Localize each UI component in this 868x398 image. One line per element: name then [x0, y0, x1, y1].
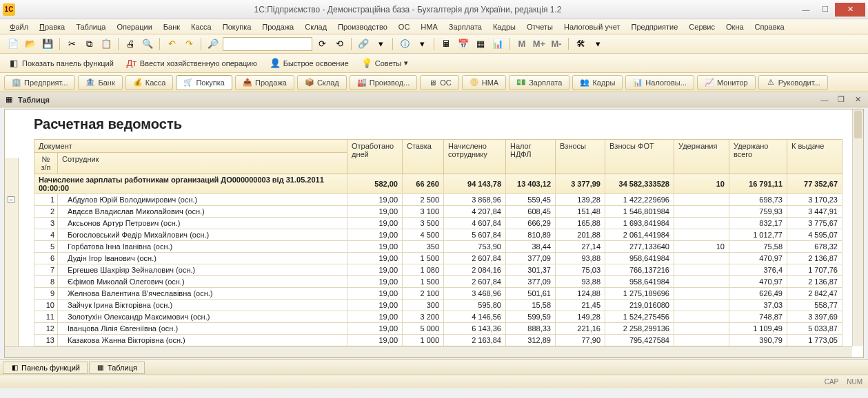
- m-icon[interactable]: M: [514, 36, 529, 52]
- grid-icon[interactable]: ▦: [473, 36, 488, 52]
- cell-fot: 958,641984: [605, 253, 674, 264]
- menu-нма[interactable]: НМА: [416, 21, 441, 32]
- table-row[interactable]: 6Дудін Ігор Іванович (осн.)19,001 5002 6…: [34, 253, 842, 264]
- menu-справка[interactable]: Справка: [751, 21, 789, 32]
- navtab-10[interactable]: 👥Кадры: [572, 75, 623, 90]
- navtab-9[interactable]: 💵Зарплата: [509, 75, 569, 90]
- find-next-icon[interactable]: ⟳: [314, 36, 330, 52]
- cell-rate: 1 080: [403, 264, 444, 276]
- maximize-button[interactable]: ☐: [816, 3, 835, 17]
- menu-кадры[interactable]: Кадры: [489, 21, 520, 32]
- menu-налоговый учет[interactable]: Налоговый учет: [560, 21, 625, 32]
- show-panel-button[interactable]: ◧Показать панель функций: [6, 56, 117, 70]
- table-row[interactable]: 3Аксьонов Артур Петрович (осн.)19,003 50…: [34, 218, 842, 229]
- bottom-tab-0[interactable]: ◧Панель функций: [3, 362, 88, 374]
- navtab-13[interactable]: ⚠Руководит...: [758, 75, 828, 90]
- save-icon[interactable]: 💾: [40, 36, 55, 52]
- menu-операции[interactable]: Операции: [112, 21, 156, 32]
- dropdown-icon[interactable]: ▾: [373, 36, 388, 52]
- menu-таблица[interactable]: Таблица: [72, 21, 110, 32]
- table-row[interactable]: 13Казакова Жанна Вікторівна (осн.)19,001…: [34, 335, 842, 346]
- navtab-0[interactable]: 🏢Предприят...: [4, 75, 75, 90]
- table-row[interactable]: 4Богословський Федір Михайлович (осн.)19…: [34, 229, 842, 241]
- vertical-scrollbar[interactable]: [852, 109, 863, 346]
- navtab-1[interactable]: 🏦Банк: [78, 75, 122, 90]
- bottom-tab-1[interactable]: ▦Таблиця: [89, 362, 145, 374]
- chart-icon[interactable]: 📊: [490, 36, 505, 52]
- table-row[interactable]: 1Абдулов Юрій Володимирович (осн.)19,002…: [34, 194, 842, 206]
- cut-icon[interactable]: ✂: [64, 36, 79, 52]
- paste-icon[interactable]: 📋: [99, 36, 114, 52]
- menu-касса[interactable]: Касса: [187, 21, 216, 32]
- calc-icon[interactable]: 🖩: [438, 36, 454, 52]
- menu-зарплата[interactable]: Зарплата: [445, 21, 486, 32]
- navtab-12[interactable]: 📈Монитор: [697, 75, 756, 90]
- menu-правка[interactable]: Правка: [35, 21, 69, 32]
- navtab-5[interactable]: 📦Склад: [297, 75, 347, 90]
- menu-ос[interactable]: ОС: [394, 21, 414, 32]
- cell-charged: 595,80: [444, 300, 506, 311]
- navtab-7[interactable]: 🖥ОС: [420, 75, 459, 90]
- link-icon[interactable]: 🔗: [356, 36, 371, 52]
- search-icon[interactable]: 🔎: [205, 36, 221, 52]
- navtab-6[interactable]: 🏭Производ...: [350, 75, 418, 90]
- menu-предприятие[interactable]: Предприятие: [627, 21, 683, 32]
- cell-rate: 1 500: [403, 276, 444, 288]
- table-row[interactable]: 7Ергешев Шахріяр Зейналович (осн.)19,001…: [34, 264, 842, 276]
- preview-icon[interactable]: 🔍: [140, 36, 155, 52]
- minimize-button[interactable]: —: [796, 3, 816, 17]
- menu-производство[interactable]: Производство: [334, 21, 392, 32]
- tips-button[interactable]: 💡Советы▾: [359, 56, 411, 70]
- th-heldtot: Удержано всего: [729, 140, 787, 174]
- navtab-4[interactable]: 📤Продажа: [235, 75, 294, 90]
- menu-файл[interactable]: Файл: [6, 21, 32, 32]
- search-combo[interactable]: [223, 37, 312, 51]
- dropdown3-icon[interactable]: ▾: [590, 36, 605, 52]
- table-row[interactable]: 2Авдєєв Владислав Миколайович (осн.)19,0…: [34, 206, 842, 218]
- redo-icon[interactable]: ↷: [181, 36, 196, 52]
- calendar-icon[interactable]: 📅: [456, 36, 471, 52]
- table-row[interactable]: 9Желнова Валентина В'ячеславівна (осн.)1…: [34, 288, 842, 300]
- tools-icon[interactable]: 🛠: [573, 36, 588, 52]
- enter-operation-button[interactable]: ДтВвести хозяйственную операцию: [123, 56, 260, 70]
- menu-склад[interactable]: Склад: [301, 21, 331, 32]
- menu-отчеты[interactable]: Отчеты: [523, 21, 557, 32]
- table-row[interactable]: 8Єфімов Миколай Олегович (осн.)19,001 50…: [34, 276, 842, 288]
- cell-emp: Іванцова Лілія Євгеніївна (осн.): [58, 323, 347, 335]
- table-row[interactable]: 10Зайчук Ірина Вікторівна (осн.)19,00300…: [34, 300, 842, 311]
- dropdown2-icon[interactable]: ▾: [414, 36, 430, 52]
- doc-close-button[interactable]: ✕: [851, 94, 864, 105]
- navtab-label: Налоговы...: [645, 78, 687, 87]
- doc-restore-button[interactable]: ❐: [835, 94, 847, 105]
- table-row[interactable]: 12Іванцова Лілія Євгеніївна (осн.)19,005…: [34, 323, 842, 335]
- undo-icon[interactable]: ↶: [164, 36, 179, 52]
- total-fee: 3 377,99: [556, 174, 605, 194]
- doc-minimize-button[interactable]: —: [818, 94, 831, 105]
- navtab-icon: 📀: [470, 78, 479, 87]
- horizontal-scrollbar[interactable]: [5, 346, 852, 357]
- menu-банк[interactable]: Банк: [159, 21, 184, 32]
- menu-продажа[interactable]: Продажа: [258, 21, 298, 32]
- mplus-icon[interactable]: M+: [532, 36, 547, 52]
- menu-сервис[interactable]: Сервис: [685, 21, 719, 32]
- quick-start-button[interactable]: 👤Быстрое освоение: [267, 56, 352, 70]
- navtab-8[interactable]: 📀НМА: [462, 75, 506, 90]
- find-prev-icon[interactable]: ⟲: [332, 36, 347, 52]
- open-icon[interactable]: 📂: [23, 36, 38, 52]
- copy-icon[interactable]: ⧉: [81, 36, 97, 52]
- cell-fee: 139,28: [556, 194, 605, 206]
- navtab-2[interactable]: 💰Касса: [125, 75, 174, 90]
- new-icon[interactable]: 📄: [6, 36, 21, 52]
- mminus-icon[interactable]: M-: [549, 36, 564, 52]
- navtab-11[interactable]: 📊Налоговы...: [625, 75, 694, 90]
- navtab-icon: 🛒: [183, 78, 193, 87]
- close-button[interactable]: ✕: [835, 3, 865, 17]
- menu-покупка[interactable]: Покупка: [219, 21, 256, 32]
- navtab-3[interactable]: 🛒Покупка: [176, 75, 232, 90]
- table-row[interactable]: 11Золотухін Олександр Максимович (осн.)1…: [34, 311, 842, 323]
- info-icon[interactable]: ⓘ: [397, 36, 412, 52]
- table-row[interactable]: 5Горбатова Інна Іванівна (осн.)19,003507…: [34, 241, 842, 253]
- print-icon[interactable]: 🖨: [123, 36, 138, 52]
- collapse-toggle[interactable]: −: [8, 196, 14, 203]
- menu-окна[interactable]: Окна: [722, 21, 748, 32]
